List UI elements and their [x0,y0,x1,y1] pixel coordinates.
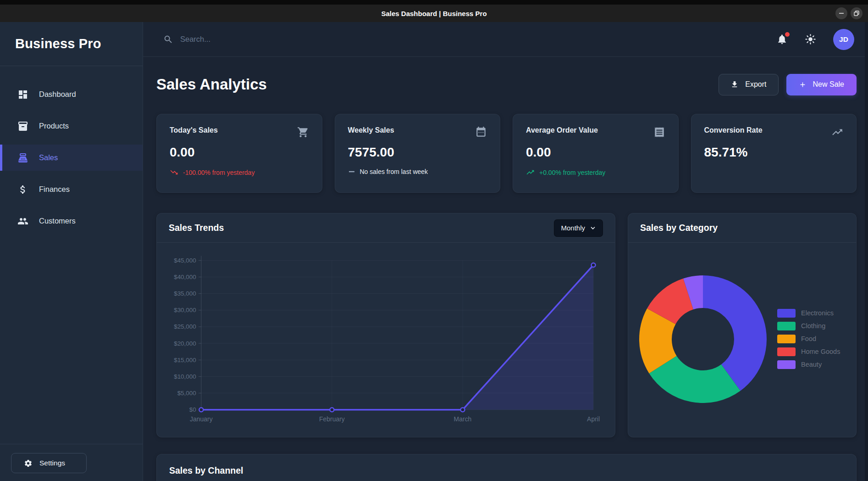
sidebar-item-label: Sales [39,153,58,162]
os-top-strip [0,0,868,5]
svg-text:$45,000: $45,000 [174,257,196,264]
search-box [163,34,776,45]
download-icon [730,80,739,89]
stat-change-text: No sales from last week [360,168,428,175]
svg-text:$15,000: $15,000 [174,357,196,364]
svg-text:April: April [587,415,600,423]
sidebar-item-label: Products [39,122,69,130]
sales-by-channel-title: Sales by Channel [169,465,243,475]
dash-icon [348,168,355,175]
trending-up-icon [526,168,535,177]
legend-swatch [777,347,796,356]
topbar-actions: JD [776,29,854,50]
window-title: Sales Dashboard | Business Pro [381,10,487,17]
sun-icon [805,34,816,45]
stat-value: 0.00 [526,145,665,160]
legend-label: Home Goods [801,348,840,355]
sidebar-item-label: Dashboard [39,90,76,99]
sidebar-item-customers[interactable]: Customers [0,208,143,234]
restore-button[interactable] [851,7,862,19]
sidebar-item-products[interactable]: Products [0,113,143,139]
export-button[interactable]: Export [719,74,778,95]
trending-up-icon [831,126,843,138]
settings-button[interactable]: Settings [11,453,87,473]
stat-change-text: -100.00% from yesterday [183,169,254,176]
chevron-down-icon [590,225,596,231]
sales-by-category-chart: ElectronicsClothingFoodHome GoodsBeauty [628,243,856,438]
stat-change: -100.00% from yesterday [170,168,309,177]
restore-icon [854,11,859,16]
stats-row: Today's Sales 0.00 -100.00% from yesterd… [156,114,857,193]
dashboard-icon [17,89,28,100]
legend-label: Electronics [801,309,834,317]
legend-label: Clothing [801,322,825,330]
plus-icon [799,81,807,89]
sidebar: Business Pro Dashboard Products Sales [0,22,143,481]
sidebar-item-sales[interactable]: Sales [0,145,143,171]
minimize-button[interactable] [835,7,847,19]
topbar: JD [143,22,868,57]
stat-card-weekly-sales: Weekly Sales 7575.00 No sales from last … [335,114,501,193]
stat-label: Average Order Value [526,126,598,134]
svg-text:January: January [190,415,213,423]
sidebar-item-label: Finances [39,185,70,194]
period-select[interactable]: Monthly [554,219,603,237]
brand-logo: Business Pro [0,22,143,66]
charts-row: Sales Trends Monthly $0$5,000$10,000$15,… [156,213,857,437]
legend-item-food[interactable]: Food [777,332,840,345]
sales-trends-card: Sales Trends Monthly $0$5,000$10,000$15,… [156,213,615,437]
legend-label: Beauty [801,361,822,368]
minimize-icon [839,11,844,16]
sales-trends-title: Sales Trends [169,223,224,233]
theme-toggle-button[interactable] [805,34,816,45]
inventory-box-icon [17,121,28,132]
search-icon [163,34,173,45]
window-titlebar: Sales Dashboard | Business Pro [0,5,868,22]
stat-change: +0.00% from yesterday [526,168,665,177]
page-title: Sales Analytics [156,76,267,93]
donut-chart [630,266,776,413]
new-sale-button[interactable]: New Sale [786,74,857,95]
scrollbar-track[interactable] [865,22,868,481]
sales-by-category-card: Sales by Category ElectronicsClothingFoo… [628,213,857,437]
svg-text:$10,000: $10,000 [174,373,196,380]
category-legend: ElectronicsClothingFoodHome GoodsBeauty [777,307,840,371]
sidebar-item-dashboard[interactable]: Dashboard [0,81,143,107]
legend-item-clothing[interactable]: Clothing [777,319,840,332]
svg-text:$20,000: $20,000 [174,340,196,347]
people-icon [17,216,28,227]
sales-by-channel-card: Sales by Channel [156,454,857,481]
sidebar-item-finances[interactable]: Finances [0,176,143,202]
legend-label: Food [801,335,816,342]
page-header: Sales Analytics Export New Sale [156,73,857,95]
gear-icon [24,459,33,468]
avatar[interactable]: JD [833,29,854,50]
sales-by-category-title: Sales by Category [640,223,718,233]
stat-value: 7575.00 [348,145,487,160]
legend-swatch [777,322,796,330]
legend-item-electronics[interactable]: Electronics [777,307,840,319]
content: Sales Analytics Export New Sale [143,57,868,481]
legend-item-beauty[interactable]: Beauty [777,358,840,371]
stat-card-todays-sales: Today's Sales 0.00 -100.00% from yesterd… [156,114,322,193]
svg-text:$5,000: $5,000 [177,390,196,397]
svg-text:$30,000: $30,000 [174,307,196,313]
sidebar-footer: Settings [0,444,143,481]
svg-text:$35,000: $35,000 [174,290,196,297]
legend-swatch [777,360,796,369]
trending-down-icon [170,168,178,177]
stat-change: No sales from last week [348,168,487,175]
notifications-button[interactable] [776,34,788,45]
stat-card-average-order-value: Average Order Value 0.00 +0.00% from yes… [513,114,679,193]
svg-text:February: February [319,415,345,423]
header-actions: Export New Sale [719,74,857,95]
legend-swatch [777,309,796,318]
search-input[interactable] [180,35,377,44]
stat-change-text: +0.00% from yesterday [539,169,605,176]
legend-item-home-goods[interactable]: Home Goods [777,345,840,358]
main-area: JD Sales Analytics Export [143,22,868,481]
cash-register-icon [17,152,28,163]
calendar-icon [475,126,487,138]
svg-text:$40,000: $40,000 [174,274,196,280]
sales-trends-chart: $0$5,000$10,000$15,000$20,000$25,000$30,… [157,243,615,438]
